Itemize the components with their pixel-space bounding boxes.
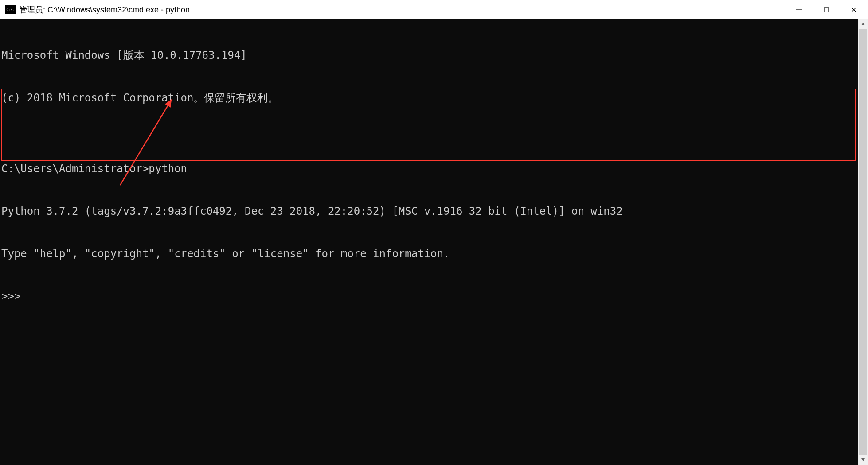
svg-rect-1 xyxy=(824,8,829,12)
scrollbar-thumb[interactable] xyxy=(859,29,867,455)
terminal-line: Python 3.7.2 (tags/v3.7.2:9a3ffc0492, De… xyxy=(1,204,858,218)
minimize-icon xyxy=(796,7,802,13)
scroll-up-button[interactable] xyxy=(858,19,868,29)
terminal-wrap: Microsoft Windows [版本 10.0.17763.194] (c… xyxy=(0,19,868,465)
scrollbar-track[interactable] xyxy=(858,29,868,455)
titlebar: C:\. 管理员: C:\Windows\system32\cmd.exe - … xyxy=(0,0,868,19)
scroll-down-button[interactable] xyxy=(858,455,868,465)
maximize-button[interactable] xyxy=(813,0,840,19)
vertical-scrollbar[interactable] xyxy=(858,19,868,465)
terminal-line: >>> xyxy=(1,289,858,303)
close-icon xyxy=(851,7,857,13)
maximize-icon xyxy=(823,7,829,13)
terminal-line: Type "help", "copyright", "credits" or "… xyxy=(1,247,858,261)
terminal-line: Microsoft Windows [版本 10.0.17763.194] xyxy=(1,48,858,62)
terminal-line: (c) 2018 Microsoft Corporation。保留所有权利。 xyxy=(1,91,858,105)
svg-marker-6 xyxy=(861,23,865,25)
window-title: 管理员: C:\Windows\system32\cmd.exe - pytho… xyxy=(19,4,785,15)
terminal[interactable]: Microsoft Windows [版本 10.0.17763.194] (c… xyxy=(0,19,858,465)
terminal-line: C:\Users\Administrator>python xyxy=(1,162,858,176)
chevron-up-icon xyxy=(861,22,865,26)
cmd-icon: C:\. xyxy=(5,5,16,14)
svg-marker-7 xyxy=(861,458,865,461)
minimize-button[interactable] xyxy=(785,0,813,19)
close-button[interactable] xyxy=(840,0,868,19)
chevron-down-icon xyxy=(861,457,865,462)
window-controls xyxy=(785,0,868,19)
